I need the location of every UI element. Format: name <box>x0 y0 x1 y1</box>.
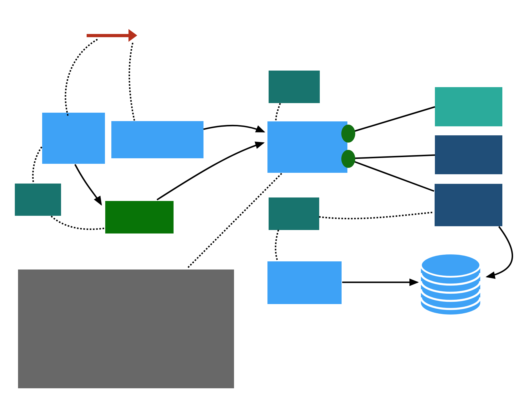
dotted-request-to-http-interceptor <box>65 40 97 116</box>
dotted-fluent-config-to-fluent-transport <box>320 212 433 219</box>
greeting-controller-code-text <box>18 270 234 275</box>
request-arrow-shaft <box>87 34 130 37</box>
request-arrow-icon <box>128 29 137 42</box>
arrow-invocation-interceptor-to-winston-logger <box>203 125 264 132</box>
acceslog-config-box <box>15 184 61 216</box>
arrow-http-interceptor-to-express-morgan <box>75 164 101 204</box>
dotted-winston-config-to-winston-logger <box>276 104 280 121</box>
dotted-winston-logger-to-greeting-controller <box>187 174 281 269</box>
arrow-fluent-transport-to-fluentd <box>487 227 513 277</box>
dotted-http-interceptor-to-acceslog-config <box>33 148 41 183</box>
dotted-code-to-invocation-interceptor <box>129 44 134 120</box>
diagram-canvas <box>0 0 532 406</box>
http-access-log-interceptor-box <box>42 113 105 164</box>
line-winston-logger-to-fluent-transport <box>355 162 434 191</box>
line-winston-logger-to-extensions-transports <box>355 155 435 158</box>
fluent-transport-for-winston-box <box>435 184 502 226</box>
line-winston-logger-to-extensions-formats <box>354 107 435 131</box>
winston-logger-box <box>267 121 347 173</box>
dotted-fluent-config-to-fluent-sender <box>276 231 278 261</box>
invocation-logging-interceptor-box <box>111 121 203 158</box>
greeting-controller-code-block <box>18 270 234 388</box>
fluent-config-box <box>269 197 319 230</box>
express-morgan-box <box>105 201 174 233</box>
dotted-acceslog-config-to-express-morgan <box>52 217 105 229</box>
fluentd-database-icon <box>421 254 480 315</box>
extensions-winston-formats-box <box>435 87 502 126</box>
fluent-sender-box <box>267 261 342 304</box>
winston-config-box <box>269 71 320 103</box>
extensions-winston-transports-box <box>435 135 502 174</box>
